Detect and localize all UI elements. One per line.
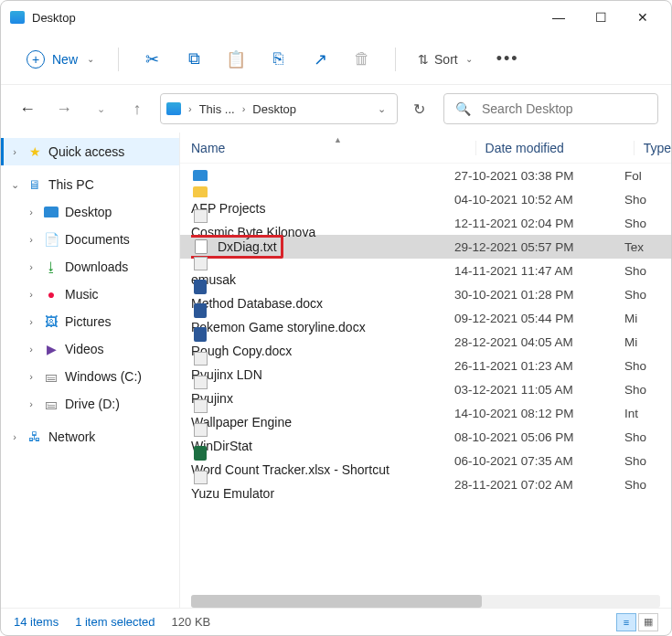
view-details-button[interactable]: ≡ (616, 613, 636, 631)
minimize-button[interactable]: — (547, 5, 571, 29)
sidebar-item-this-pc[interactable]: ⌄ 🖥 This PC (1, 171, 179, 198)
sidebar-item-drive-c[interactable]: › 🖴 Windows (C:) (1, 363, 179, 390)
sort-icon (418, 52, 429, 67)
expand-icon[interactable]: › (25, 207, 37, 217)
rename-button[interactable] (260, 49, 296, 69)
forward-button[interactable]: → (50, 100, 78, 119)
tree-label: Videos (65, 342, 104, 356)
file-date: 08-10-2021 05:06 PM (454, 430, 624, 444)
up-button[interactable]: ↑ (123, 100, 151, 119)
file-icon (191, 420, 209, 439)
star-icon: ★ (27, 143, 43, 160)
location-icon (166, 102, 181, 115)
file-type: Sho (624, 217, 671, 230)
breadcrumb-seg-2[interactable]: Desktop (252, 102, 296, 116)
tree-label: Network (48, 429, 95, 444)
sidebar-item-documents[interactable]: › 📄 Documents (1, 226, 179, 253)
network-icon: 🖧 (27, 429, 43, 445)
sidebar-item-network[interactable]: › 🖧 Network (1, 423, 179, 450)
title-bar-left: Desktop (10, 11, 76, 25)
file-type: Sho (624, 478, 671, 492)
scrollbar-thumb[interactable] (191, 595, 482, 608)
refresh-button[interactable]: ↻ (403, 101, 434, 118)
expand-icon[interactable]: › (8, 431, 21, 442)
music-icon: ● (43, 286, 59, 302)
tree-label: Documents (65, 232, 130, 247)
breadcrumb-chevron-icon: › (239, 103, 250, 114)
tree-label: Windows (C:) (65, 369, 142, 384)
expand-icon[interactable]: › (25, 398, 37, 409)
close-button[interactable]: ✕ (631, 5, 655, 29)
sidebar-item-videos[interactable]: › ▶ Videos (1, 335, 179, 363)
window-icon (10, 11, 25, 24)
sidebar-item-downloads[interactable]: › ⭳ Downloads (1, 253, 179, 281)
column-headers: ▲ Name Date modified Type (180, 132, 671, 164)
recent-button[interactable]: ⌄ (87, 103, 114, 115)
tree-label: Drive (D:) (65, 397, 120, 411)
file-type: Mi (624, 335, 671, 349)
expand-icon[interactable]: › (25, 316, 37, 327)
file-date: 14-10-2021 08:12 PM (454, 407, 624, 420)
copy-button[interactable] (176, 49, 212, 69)
file-icon (191, 325, 209, 344)
expand-icon[interactable]: › (25, 344, 37, 355)
sidebar-item-desktop[interactable]: › Desktop (1, 198, 179, 226)
file-type: Sho (624, 383, 671, 397)
separator (395, 48, 396, 71)
expand-icon[interactable]: › (25, 371, 37, 382)
back-button[interactable]: ← (14, 100, 41, 119)
more-button[interactable]: ••• (485, 49, 530, 69)
horizontal-scrollbar[interactable] (191, 595, 660, 608)
maximize-button[interactable]: ☐ (589, 5, 613, 29)
chevron-down-icon: ⌄ (87, 54, 94, 64)
address-bar[interactable]: › This ... › Desktop ⌄ (160, 93, 398, 124)
expand-icon[interactable]: › (25, 234, 37, 245)
file-icon (191, 302, 209, 320)
collapse-icon[interactable]: ⌄ (8, 179, 21, 191)
share-button[interactable] (302, 49, 338, 69)
sidebar-item-quick-access[interactable]: › ★ Quick access (1, 138, 179, 165)
file-name: Yuzu Emulator (191, 486, 274, 501)
search-icon: 🔍 (455, 101, 471, 116)
view-thumbnails-button[interactable]: ▦ (638, 613, 658, 631)
sort-button[interactable]: Sort ⌄ (411, 52, 480, 67)
file-date: 06-10-2021 07:35 AM (454, 454, 624, 468)
expand-icon[interactable]: › (25, 289, 37, 300)
file-row[interactable]: Yuzu Emulator28-11-2021 07:02 AMSho (180, 472, 671, 496)
chevron-down-icon: ⌄ (465, 54, 473, 64)
column-header-date[interactable]: Date modified (475, 141, 634, 155)
sidebar-item-drive-d[interactable]: › 🖴 Drive (D:) (1, 390, 179, 418)
search-box[interactable]: 🔍 (443, 93, 658, 124)
expand-icon[interactable]: › (8, 146, 21, 157)
file-type: Tex (624, 240, 671, 254)
cut-button[interactable] (133, 49, 170, 69)
file-type: Sho (624, 359, 671, 373)
column-header-type[interactable]: Type (634, 141, 671, 155)
window-title: Desktop (32, 11, 76, 25)
disk-icon: 🖴 (43, 368, 59, 385)
paste-button[interactable] (218, 49, 254, 69)
file-icon (191, 397, 209, 415)
file-row[interactable]: Cosmic Byte Kilonova12-11-2021 02:04 PMS… (180, 211, 671, 235)
file-icon (191, 166, 209, 185)
pictures-icon: 🖼 (43, 313, 59, 330)
sort-label: Sort (434, 52, 458, 67)
downloads-icon: ⭳ (43, 259, 59, 275)
file-date: 12-11-2021 02:04 PM (454, 217, 624, 230)
delete-button[interactable] (344, 49, 380, 69)
sidebar-item-pictures[interactable]: › 🖼 Pictures (1, 308, 179, 335)
new-button[interactable]: + New ⌄ (17, 45, 103, 74)
file-icon (191, 468, 209, 486)
address-dropdown-icon[interactable]: ⌄ (372, 103, 391, 115)
body: › ★ Quick access ⌄ 🖥 This PC › Desktop ›… (1, 132, 671, 608)
tree-label: Downloads (65, 260, 128, 274)
expand-icon[interactable]: › (25, 261, 37, 272)
search-input[interactable] (480, 101, 646, 117)
sidebar-item-music[interactable]: › ● Music (1, 281, 179, 308)
breadcrumb-seg-1[interactable]: This ... (199, 102, 235, 116)
new-label: New (52, 52, 78, 67)
file-date: 03-12-2021 11:05 AM (454, 383, 624, 397)
file-date: 30-10-2021 01:28 PM (454, 288, 624, 302)
breadcrumb-chevron-icon: › (185, 103, 196, 114)
file-type: Sho (624, 264, 671, 278)
